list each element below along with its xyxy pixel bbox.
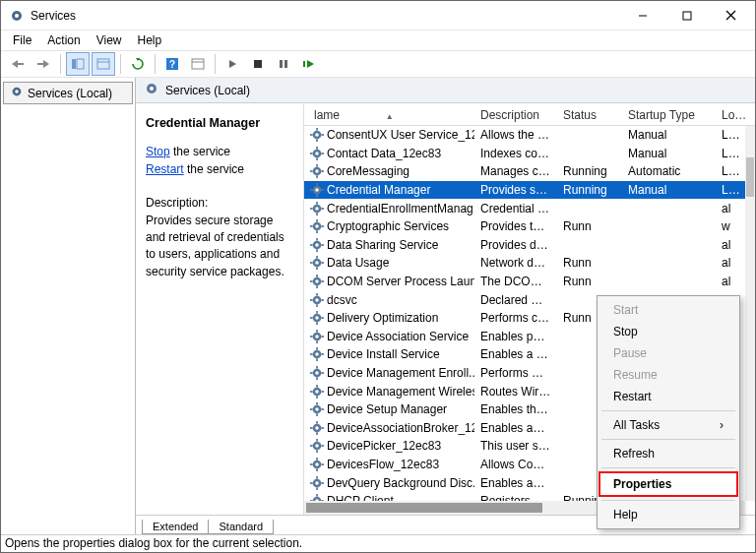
forward-button[interactable] bbox=[32, 52, 55, 76]
cell-name: Cryptographic Services bbox=[304, 219, 474, 233]
cell-logon: al bbox=[716, 238, 745, 252]
svg-rect-147 bbox=[310, 482, 313, 484]
svg-rect-129 bbox=[310, 427, 313, 429]
svg-rect-40 bbox=[321, 153, 324, 154]
back-button[interactable] bbox=[6, 52, 30, 76]
console-tree: Services (Local) bbox=[1, 78, 136, 534]
minimize-button[interactable] bbox=[620, 2, 664, 30]
cell-description: Network dat... bbox=[474, 256, 557, 270]
svg-point-72 bbox=[315, 262, 319, 266]
ctx-separator bbox=[601, 410, 735, 411]
gear-icon bbox=[10, 85, 24, 101]
service-row[interactable]: Data UsageNetwork dat...Runnal bbox=[304, 254, 745, 273]
svg-rect-67 bbox=[316, 238, 318, 241]
svg-rect-61 bbox=[316, 219, 318, 222]
service-row[interactable]: Credential ManagerProvides sec...Running… bbox=[304, 181, 745, 200]
tree-item-services-local[interactable]: Services (Local) bbox=[3, 82, 133, 104]
ctx-stop[interactable]: Stop bbox=[599, 321, 737, 342]
cell-name: ConsentUX User Service_12e... bbox=[304, 128, 474, 142]
svg-point-108 bbox=[315, 371, 319, 375]
properties-toolbar-button[interactable] bbox=[186, 52, 210, 76]
svg-rect-146 bbox=[316, 487, 318, 490]
start-service-button[interactable] bbox=[220, 52, 244, 76]
svg-rect-109 bbox=[316, 366, 318, 369]
svg-rect-81 bbox=[310, 280, 313, 282]
service-row[interactable]: Data Sharing ServiceProvides dat...al bbox=[304, 236, 745, 255]
cell-status: Runn bbox=[557, 275, 622, 288]
service-row[interactable]: ConsentUX User Service_12e...Allows the … bbox=[304, 126, 745, 145]
menu-help[interactable]: Help bbox=[130, 31, 170, 49]
svg-rect-103 bbox=[316, 347, 318, 350]
cell-description: Enables app... bbox=[474, 476, 557, 490]
titlebar: Services bbox=[1, 1, 755, 31]
menu-view[interactable]: View bbox=[89, 31, 130, 49]
details-header: Services (Local) bbox=[136, 78, 755, 103]
tab-standard[interactable]: Standard bbox=[208, 520, 274, 534]
stop-service-button[interactable] bbox=[246, 52, 270, 76]
svg-rect-112 bbox=[321, 372, 324, 374]
svg-rect-124 bbox=[321, 408, 324, 410]
refresh-button[interactable] bbox=[126, 52, 150, 76]
show-hide-actions-button[interactable] bbox=[92, 52, 115, 76]
svg-rect-34 bbox=[321, 134, 324, 136]
stop-service-link[interactable]: Stop bbox=[146, 145, 170, 158]
maximize-button[interactable] bbox=[664, 2, 709, 30]
svg-rect-80 bbox=[316, 285, 318, 288]
close-button[interactable] bbox=[709, 2, 753, 30]
svg-rect-68 bbox=[316, 249, 318, 252]
cell-name: DevicesFlow_12ec83 bbox=[304, 458, 474, 471]
cell-name: Device Management Enroll... bbox=[304, 366, 474, 380]
show-hide-tree-button[interactable] bbox=[66, 52, 90, 76]
cell-name: Contact Data_12ec83 bbox=[304, 147, 474, 160]
cell-startup: Manual bbox=[622, 147, 716, 160]
help-button[interactable]: ? bbox=[160, 52, 184, 76]
horizontal-scroll-thumb[interactable] bbox=[306, 503, 542, 513]
svg-rect-121 bbox=[316, 402, 318, 405]
svg-marker-6 bbox=[12, 60, 18, 68]
svg-rect-91 bbox=[316, 311, 318, 314]
col-description[interactable]: Description bbox=[474, 108, 557, 122]
cell-startup: Automatic bbox=[622, 164, 716, 178]
svg-rect-94 bbox=[321, 317, 324, 319]
restart-service-link[interactable]: Restart bbox=[146, 162, 184, 176]
cell-description: Indexes cont... bbox=[474, 147, 557, 160]
col-name[interactable]: lame ▲ bbox=[304, 108, 474, 122]
service-row[interactable]: Cryptographic ServicesProvides thr...Run… bbox=[304, 217, 745, 236]
col-startup[interactable]: Startup Type bbox=[622, 108, 716, 122]
svg-rect-3 bbox=[683, 12, 691, 20]
restart-service-button[interactable] bbox=[297, 52, 321, 76]
menu-action[interactable]: Action bbox=[39, 31, 88, 49]
tab-extended[interactable]: Extended bbox=[142, 520, 209, 534]
service-row[interactable]: Contact Data_12ec83Indexes cont...Manual… bbox=[304, 145, 745, 163]
svg-point-132 bbox=[315, 445, 319, 449]
pause-service-button[interactable] bbox=[272, 52, 295, 76]
cell-status: Runn bbox=[557, 256, 622, 270]
service-row[interactable]: CredentialEnrollmentManag...Credential E… bbox=[304, 199, 745, 217]
window-title: Services bbox=[31, 9, 620, 23]
svg-rect-50 bbox=[316, 194, 318, 197]
svg-rect-100 bbox=[321, 336, 324, 338]
svg-rect-142 bbox=[321, 463, 324, 465]
cell-description: Manages co... bbox=[474, 164, 557, 178]
service-row[interactable]: CoreMessagingManages co...RunningAutomat… bbox=[304, 162, 745, 181]
ctx-restart[interactable]: Restart bbox=[599, 386, 737, 407]
menubar: File Action View Help bbox=[1, 31, 755, 50]
svg-rect-37 bbox=[316, 147, 318, 150]
ctx-properties[interactable]: Properties bbox=[598, 471, 738, 497]
vertical-scrollbar[interactable] bbox=[745, 126, 755, 501]
ctx-separator bbox=[601, 439, 735, 440]
cell-logon: al bbox=[716, 256, 745, 270]
col-logon[interactable]: Log C bbox=[716, 108, 755, 122]
vertical-scroll-thumb[interactable] bbox=[746, 157, 754, 197]
menu-file[interactable]: File bbox=[5, 31, 39, 49]
cell-logon: Local bbox=[716, 183, 745, 197]
col-status[interactable]: Status bbox=[557, 108, 622, 122]
svg-marker-24 bbox=[307, 60, 314, 68]
ctx-help[interactable]: Help bbox=[599, 504, 737, 525]
ctx-refresh[interactable]: Refresh bbox=[599, 443, 737, 464]
ctx-all-tasks[interactable]: All Tasks› bbox=[599, 414, 737, 436]
cell-name: dcsvc bbox=[304, 293, 474, 307]
ctx-pause: Pause bbox=[599, 342, 737, 364]
svg-point-66 bbox=[315, 243, 319, 247]
service-row[interactable]: DCOM Server Process Launc...The DCOML...… bbox=[304, 273, 745, 291]
